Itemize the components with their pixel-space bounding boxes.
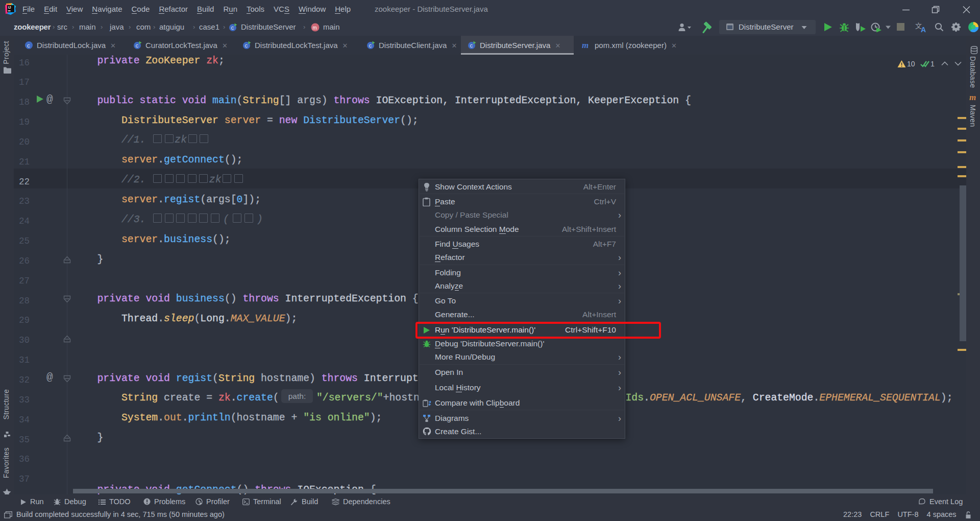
svg-text:C: C bbox=[231, 26, 234, 31]
svg-text:C: C bbox=[27, 43, 30, 49]
svg-text:m: m bbox=[582, 41, 589, 50]
svg-text:IJ: IJ bbox=[8, 6, 11, 9]
svg-text:C: C bbox=[369, 43, 372, 49]
svg-text:C: C bbox=[245, 43, 248, 49]
svg-text:C: C bbox=[470, 43, 473, 49]
svg-text:A: A bbox=[921, 26, 926, 33]
svg-text:m: m bbox=[313, 25, 317, 31]
svg-text:C: C bbox=[136, 43, 139, 49]
